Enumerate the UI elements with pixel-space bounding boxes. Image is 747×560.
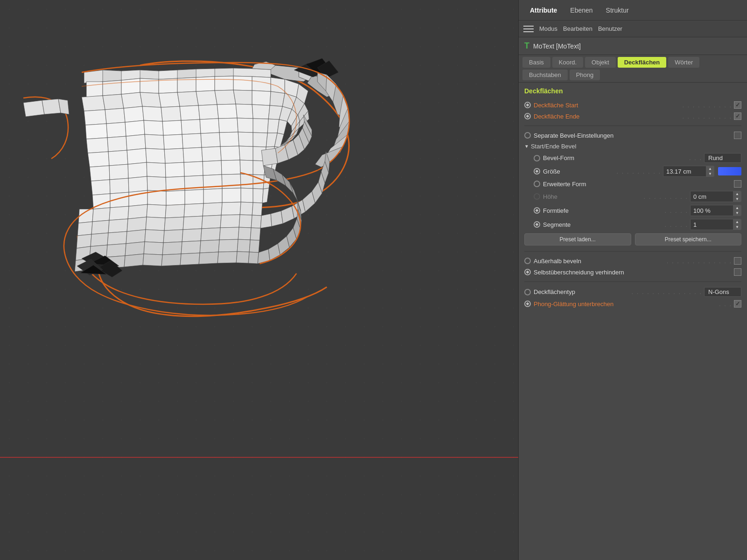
svg-marker-50 [270,91,285,106]
hohe-spinner-arrows[interactable]: ▲ ▼ [733,191,741,202]
ausserhalb-dots: . . . . . . . . . . . . . [667,258,732,265]
toolbar-row: Modus Bearbeiten Benutzer [519,21,747,37]
svg-marker-209 [124,254,144,267]
preset-laden-button[interactable]: Preset laden... [524,233,631,245]
svg-marker-190 [182,229,202,242]
deckflache-ende-dots: . . . . . . . . . . [682,113,732,120]
svg-marker-197 [106,244,126,257]
svg-marker-216 [248,252,259,264]
grosse-value: 13.17 cm [663,167,706,176]
hohe-down-arrow[interactable]: ▼ [733,196,741,202]
grosse-radio[interactable] [534,168,540,175]
toolbar-modus[interactable]: Modus [539,25,557,32]
grosse-spinner-arrows[interactable]: ▲ ▼ [706,166,714,176]
hohe-radio[interactable] [534,193,540,200]
svg-marker-43 [140,92,161,107]
preset-speichern-button[interactable]: Preset speichern... [635,233,742,245]
svg-marker-211 [162,254,181,266]
formtiefe-dots: . . . . . [664,207,688,214]
tab-buchstaben[interactable]: Buchstaben [522,70,568,80]
svg-marker-156 [252,203,262,216]
svg-marker-139 [166,190,185,205]
svg-marker-155 [240,202,253,215]
bevel-subhead-label: Start/Ende Bevel [531,143,577,150]
svg-marker-41 [103,94,124,110]
svg-marker-89 [107,136,127,152]
segmente-up-arrow[interactable]: ▲ [733,219,741,224]
svg-marker-126 [128,176,148,192]
grosse-up-arrow[interactable]: ▲ [706,166,714,171]
toolbar-benutzer[interactable]: Benutzer [598,25,622,32]
grosse-down-arrow[interactable]: ▼ [706,171,714,176]
motext-icon: T [524,41,529,51]
tab-attribute[interactable]: Attribute [523,4,564,17]
deckflache-start-radio[interactable] [524,102,531,108]
selbst-label: Selbstüberschneidung verhindern [534,269,734,276]
separate-bevel-checkbox[interactable] [734,132,741,139]
separate-bevel-radio[interactable] [524,132,531,139]
ausserhalb-radio[interactable] [524,258,531,264]
svg-marker-187 [126,230,146,244]
tab-koord[interactable]: Koord. [552,57,583,68]
hohe-up-arrow[interactable]: ▲ [733,191,741,196]
bevel-form-radio[interactable] [534,155,540,161]
toolbar-bearbeiten[interactable]: Bearbeiten [563,25,592,32]
grosse-spinner[interactable]: 13.17 cm ▲ ▼ [663,166,714,177]
svg-marker-193 [238,227,251,240]
segmente-down-arrow[interactable]: ▼ [733,224,741,230]
tab-struktur[interactable]: Struktur [599,4,635,17]
svg-marker-152 [184,203,204,217]
phong-glattung-checkbox[interactable] [734,300,741,308]
svg-marker-105 [183,147,203,162]
svg-marker-114 [128,162,147,178]
deckflachentyp-radio[interactable] [524,289,531,295]
svg-marker-84 [237,118,253,133]
deckflache-start-checkbox[interactable] [734,101,741,109]
svg-marker-199 [144,242,163,255]
erweiterte-form-radio[interactable] [534,181,540,187]
svg-marker-157 [261,148,278,166]
hohe-value: 0 cm [691,192,733,201]
formtiefe-spinner[interactable]: 100 % ▲ ▼ [690,205,741,216]
svg-marker-140 [185,189,204,204]
bevel-subhead[interactable]: ▼ Start/Ende Bevel [524,141,741,152]
tab-deckflachen[interactable]: Deckflächen [618,57,667,68]
erweiterte-form-checkbox[interactable] [734,180,741,188]
segmente-spinner[interactable]: 1 ▲ ▼ [690,219,741,230]
formtiefe-down-arrow[interactable]: ▼ [733,210,741,216]
deckflache-ende-checkbox[interactable] [734,112,741,120]
segmente-spinner-arrows[interactable]: ▲ ▼ [733,219,741,230]
selbst-checkbox[interactable] [734,268,741,276]
deckflachentyp-dots: . . . . . . . . . . . . . . [631,288,702,295]
svg-marker-143 [241,188,253,203]
svg-marker-40 [82,96,105,111]
bevel-form-label: Bevel-Form [543,154,687,161]
separate-bevel-row: Separate Bevel-Einstellungen [524,130,741,141]
menu-button[interactable] [523,24,534,34]
formtiefe-spinner-arrows[interactable]: ▲ ▼ [733,205,741,216]
deckflache-ende-radio[interactable] [524,113,531,119]
tab-phong[interactable]: Phong [570,70,600,80]
deckflache-start-dots: . . . . . . . . . . [682,102,732,109]
ausserhalb-checkbox[interactable] [734,257,741,265]
tab-basis[interactable]: Basis [522,57,550,68]
bevel-form-value[interactable]: Rund [704,153,741,163]
tab-worter[interactable]: Wörter [668,57,699,68]
formtiefe-radio[interactable] [534,207,540,214]
formtiefe-up-arrow[interactable]: ▲ [733,205,741,210]
tab-ebenen[interactable]: Ebenen [564,4,599,17]
svg-marker-35 [233,76,252,91]
svg-marker-185 [91,233,108,246]
segmente-row: Segmente . . . . . 1 ▲ ▼ [524,217,741,231]
phong-glattung-row: Phong-Glättung unterbrechen . . . [524,298,741,309]
hohe-spinner[interactable]: 0 cm ▲ ▼ [690,191,741,202]
svg-marker-85 [253,119,268,133]
svg-marker-42 [121,92,142,108]
svg-marker-205 [249,240,260,252]
tab-objekt[interactable]: Objekt [585,57,616,68]
phong-glattung-radio[interactable] [524,301,531,307]
segmente-radio[interactable] [534,221,540,228]
svg-marker-165 [92,220,109,234]
selbst-radio[interactable] [524,269,531,275]
deckflachentyp-value[interactable]: N-Gons [704,287,741,297]
